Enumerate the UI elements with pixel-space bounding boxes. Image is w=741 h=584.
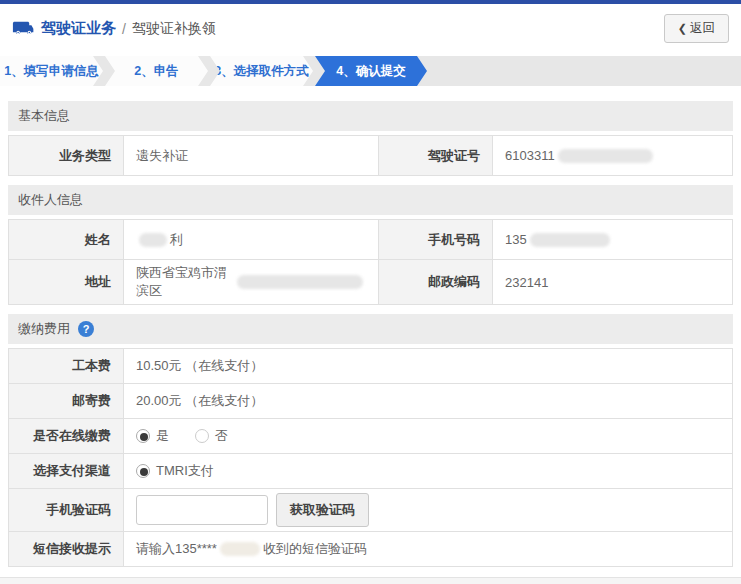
table-row: 业务类型 遗失补证 驾驶证号 6103311 xyxy=(9,136,732,176)
section-header-basic-info: 基本信息 xyxy=(8,101,733,131)
online-pay-label: 是否在线缴费 xyxy=(9,419,124,453)
table-row: 短信接收提示 请输入135****收到的短信验证码 xyxy=(9,532,732,567)
postcode-value: 232141 xyxy=(493,260,732,304)
radio-online-pay-yes[interactable]: 是 xyxy=(136,427,169,445)
redacted-blur xyxy=(237,275,363,289)
sms-code-field-group: 获取验证码 xyxy=(124,489,732,531)
radio-checked-icon xyxy=(136,464,150,478)
back-button-label: 返回 xyxy=(690,21,715,35)
postage-fee-label: 邮寄费 xyxy=(9,384,124,418)
sms-code-input[interactable] xyxy=(136,495,268,525)
section-header-recipient-info: 收件人信息 xyxy=(8,185,733,215)
sms-code-label: 手机验证码 xyxy=(9,489,124,531)
radio-unchecked-icon xyxy=(195,429,209,443)
step-tab-2[interactable]: 2、申告 xyxy=(105,56,208,86)
payment-channel-options: TMRI支付 xyxy=(124,454,732,488)
radio-tmri-pay[interactable]: TMRI支付 xyxy=(136,462,214,480)
radio-online-pay-no[interactable]: 否 xyxy=(195,427,228,445)
license-no-value: 6103311 xyxy=(493,136,732,175)
radio-yes-label: 是 xyxy=(156,427,169,445)
radio-checked-icon xyxy=(136,429,150,443)
payment-table: 工本费 10.50元 （在线支付） 邮寄费 20.00元 （在线支付） 是否在线… xyxy=(8,348,733,567)
phone-value: 135 xyxy=(493,220,732,259)
name-value: 利 xyxy=(124,220,378,259)
back-button[interactable]: ❮返回 xyxy=(664,14,729,43)
table-row: 地址 陕西省宝鸡市渭滨区 邮政编码 232141 xyxy=(9,260,732,305)
table-row: 邮寄费 20.00元 （在线支付） xyxy=(9,384,732,419)
payment-title: 缴纳费用 xyxy=(18,320,70,338)
app-header: 驾驶证业务 / 驾驶证补换领 ❮返回 xyxy=(0,4,741,52)
address-value: 陕西省宝鸡市渭滨区 xyxy=(124,260,378,304)
license-no-label: 驾驶证号 xyxy=(378,136,493,175)
get-code-button[interactable]: 获取验证码 xyxy=(276,493,369,527)
sms-hint-label: 短信接收提示 xyxy=(9,532,124,566)
breadcrumb-separator: / xyxy=(122,21,126,37)
redacted-blur xyxy=(220,542,260,556)
page-title: 驾驶证业务 xyxy=(41,19,116,38)
sms-hint-text: 请输入135****收到的短信验证码 xyxy=(124,532,732,566)
table-row: 工本费 10.50元 （在线支付） xyxy=(9,349,732,384)
redacted-blur xyxy=(530,233,610,247)
name-label: 姓名 xyxy=(9,220,124,259)
step-tab-4-active[interactable]: 4、确认提交 xyxy=(315,56,427,86)
recipient-info-title: 收件人信息 xyxy=(18,191,83,209)
online-pay-options: 是 否 xyxy=(124,419,732,453)
basic-info-table: 业务类型 遗失补证 驾驶证号 6103311 xyxy=(8,135,733,176)
basic-info-title: 基本信息 xyxy=(18,107,70,125)
address-label: 地址 xyxy=(9,260,124,304)
table-row: 手机验证码 获取验证码 xyxy=(9,489,732,532)
postage-fee-value: 20.00元 （在线支付） xyxy=(124,384,732,418)
table-row: 是否在线缴费 是 否 xyxy=(9,419,732,454)
phone-label: 手机号码 xyxy=(378,220,493,259)
payment-channel-label: 选择支付渠道 xyxy=(9,454,124,488)
step-progress-bar: 1、填写申请信息 2、申告 3、选择取件方式 4、确认提交 xyxy=(0,56,741,86)
cost-fee-value: 10.50元 （在线支付） xyxy=(124,349,732,383)
form-content: 基本信息 业务类型 遗失补证 驾驶证号 6103311 收件人信息 姓名 利 手… xyxy=(0,86,741,567)
section-header-payment: 缴纳费用 ? xyxy=(8,314,733,344)
cost-fee-label: 工本费 xyxy=(9,349,124,383)
table-row: 选择支付渠道 TMRI支付 xyxy=(9,454,732,489)
step-tab-3[interactable]: 3、选择取件方式 xyxy=(210,56,313,86)
chevron-left-icon: ❮ xyxy=(678,22,687,34)
radio-no-label: 否 xyxy=(215,427,228,445)
business-type-label: 业务类型 xyxy=(9,136,124,175)
business-type-value: 遗失补证 xyxy=(124,136,378,175)
redacted-blur xyxy=(558,149,653,163)
postcode-label: 邮政编码 xyxy=(378,260,493,304)
recipient-info-table: 姓名 利 手机号码 135 地址 陕西省宝鸡市渭滨区 邮政编码 232141 xyxy=(8,219,733,305)
footer-action-bar: 上一步 完成 xyxy=(0,577,741,584)
help-icon[interactable]: ? xyxy=(78,321,94,337)
step-tab-1[interactable]: 1、填写申请信息 xyxy=(0,56,103,86)
redacted-blur xyxy=(139,233,167,247)
breadcrumb: 驾驶证补换领 xyxy=(132,20,216,38)
table-row: 姓名 利 手机号码 135 xyxy=(9,220,732,260)
car-icon xyxy=(12,21,34,36)
radio-tmri-label: TMRI支付 xyxy=(156,462,214,480)
